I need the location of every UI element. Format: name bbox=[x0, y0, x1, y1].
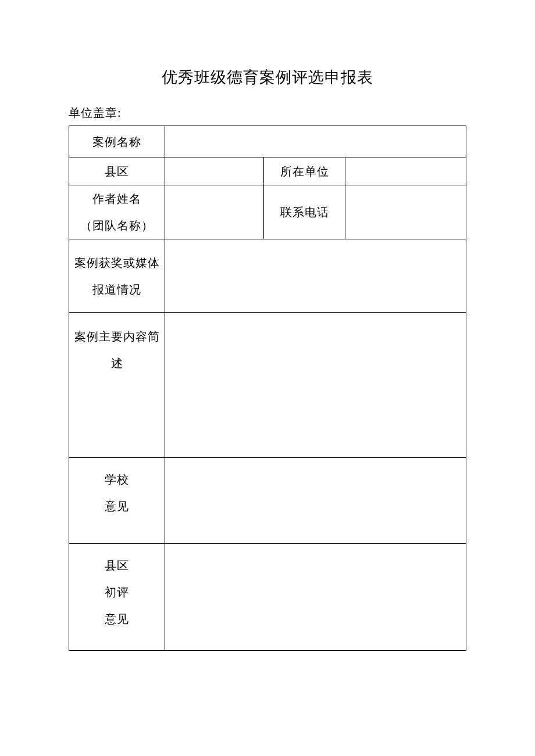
county-value[interactable] bbox=[165, 157, 264, 185]
county-opinion-label: 县区 初评 意见 bbox=[69, 544, 165, 651]
row-case-name: 案例名称 bbox=[69, 126, 466, 157]
county-opinion-value[interactable] bbox=[165, 544, 466, 651]
school-opinion-value[interactable] bbox=[165, 458, 466, 544]
row-county-opinion: 县区 初评 意见 bbox=[69, 544, 466, 651]
county-label: 县区 bbox=[69, 157, 165, 185]
page-container: 优秀班级德育案例评选申报表 单位盖章: 案例名称 县区 所在单位 作者姓名 （团… bbox=[0, 0, 535, 651]
row-summary: 案例主要内容简 述 bbox=[69, 313, 466, 458]
county-opinion-label-line2: 初评 bbox=[105, 586, 129, 599]
school-opinion-label-line1: 学校 bbox=[105, 473, 129, 486]
row-school-opinion: 学校 意见 bbox=[69, 458, 466, 544]
school-opinion-label-line2: 意见 bbox=[105, 500, 129, 513]
award-label-line2: 报道情况 bbox=[92, 283, 141, 296]
phone-label: 联系电话 bbox=[264, 185, 345, 239]
application-form-table: 案例名称 县区 所在单位 作者姓名 （团队名称） 联系电话 案例获奖或媒体 报道… bbox=[69, 126, 466, 651]
unit-value[interactable] bbox=[345, 157, 466, 185]
award-label-line1: 案例获奖或媒体 bbox=[74, 256, 160, 269]
author-value[interactable] bbox=[165, 185, 264, 239]
author-label-line2: （团队名称） bbox=[80, 219, 154, 232]
school-opinion-label: 学校 意见 bbox=[69, 458, 165, 544]
summary-value[interactable] bbox=[165, 313, 466, 458]
award-label: 案例获奖或媒体 报道情况 bbox=[69, 239, 165, 313]
summary-label-line1: 案例主要内容简 bbox=[74, 330, 160, 343]
stamp-label: 单位盖章: bbox=[69, 105, 466, 121]
county-opinion-label-line3: 意见 bbox=[105, 612, 129, 625]
row-author-phone: 作者姓名 （团队名称） 联系电话 bbox=[69, 185, 466, 239]
county-opinion-label-line1: 县区 bbox=[105, 559, 129, 572]
page-title: 优秀班级德育案例评选申报表 bbox=[69, 67, 466, 88]
award-value[interactable] bbox=[165, 239, 466, 313]
unit-label: 所在单位 bbox=[264, 157, 345, 185]
row-county-unit: 县区 所在单位 bbox=[69, 157, 466, 185]
case-name-label: 案例名称 bbox=[69, 126, 165, 157]
phone-value[interactable] bbox=[345, 185, 466, 239]
author-label: 作者姓名 （团队名称） bbox=[69, 185, 165, 239]
summary-label-line2: 述 bbox=[111, 357, 123, 370]
row-award: 案例获奖或媒体 报道情况 bbox=[69, 239, 466, 313]
summary-label: 案例主要内容简 述 bbox=[69, 313, 165, 458]
case-name-value[interactable] bbox=[165, 126, 466, 157]
author-label-line1: 作者姓名 bbox=[92, 192, 141, 205]
